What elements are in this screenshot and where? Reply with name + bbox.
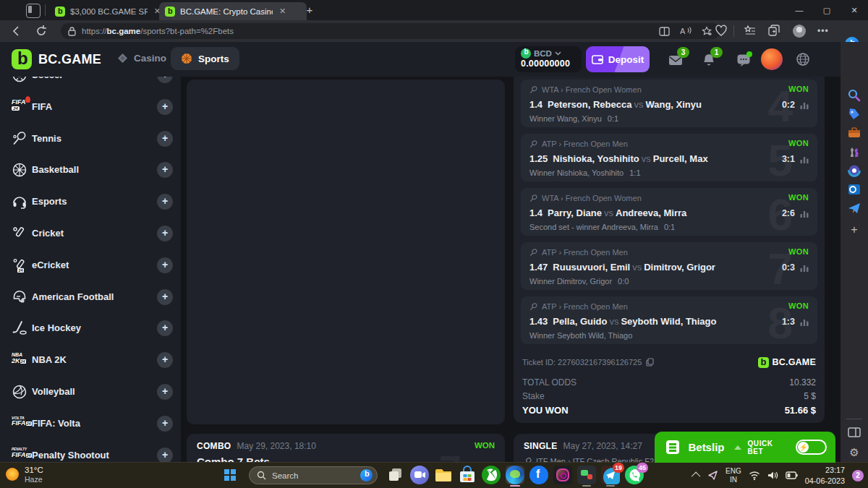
- file-explorer-taskbar-button[interactable]: [434, 466, 453, 484]
- nav-casino[interactable]: Casino: [107, 47, 176, 69]
- clock-widget[interactable]: 23:1704-06-2023: [805, 465, 845, 485]
- xbox-taskbar-button[interactable]: [482, 466, 501, 484]
- copy-icon[interactable]: [646, 358, 654, 367]
- add-sport-button[interactable]: +: [157, 257, 173, 273]
- battery-icon[interactable]: [786, 471, 798, 479]
- wifi-icon[interactable]: [749, 471, 760, 480]
- statistics-icon[interactable]: [800, 155, 809, 163]
- browser-menu-icon[interactable]: •••: [817, 26, 829, 36]
- bet-leg-4[interactable]: 4 WTA › French Open Women WON 1.4Peterso…: [521, 80, 817, 127]
- site-logo[interactable]: BC.GAME: [12, 49, 101, 69]
- back-icon[interactable]: [10, 25, 23, 38]
- favorites-bar-icon[interactable]: [744, 25, 757, 38]
- chat-button[interactable]: [736, 53, 751, 67]
- mail-button[interactable]: 3: [668, 53, 683, 67]
- store-taskbar-button[interactable]: [458, 466, 477, 484]
- statistics-icon[interactable]: [800, 264, 809, 272]
- location-icon[interactable]: [707, 470, 718, 481]
- add-sport-button[interactable]: +: [157, 289, 173, 305]
- weather-widget[interactable]: 31°CHaze: [6, 465, 43, 484]
- browser-profile-avatar[interactable]: [793, 25, 806, 38]
- add-sport-button[interactable]: +: [157, 162, 173, 178]
- sidebar-item-penalty-shootout[interactable]: PENALTYFIFA24 Penalty Shootout +: [0, 440, 181, 463]
- notifications-button[interactable]: 1: [702, 53, 716, 67]
- window-maximize-button[interactable]: ▢: [813, 0, 841, 20]
- shopping-icon[interactable]: [847, 107, 861, 121]
- browser-tab-1[interactable]: $3,000 BC.GAME SPORTS PARLAY ✕: [49, 2, 166, 20]
- quick-bet-toggle[interactable]: ⚡: [796, 440, 827, 455]
- add-sidebar-app-icon[interactable]: +: [847, 223, 861, 237]
- workspaces-icon[interactable]: [26, 4, 41, 18]
- task-view-taskbar-button[interactable]: [386, 466, 405, 484]
- tab-close-icon[interactable]: ✕: [279, 7, 286, 16]
- sidebar-item-ice-hockey[interactable]: Ice Hockey +: [0, 312, 181, 344]
- collections-icon[interactable]: [767, 25, 780, 38]
- bet-leg-7[interactable]: 7 ATP › French Open Men WON 1.47Ruusuvuo…: [521, 242, 817, 290]
- statistics-icon[interactable]: [800, 318, 809, 326]
- add-sport-button[interactable]: +: [157, 416, 173, 432]
- deposit-button[interactable]: Deposit: [586, 46, 650, 72]
- combo-bet-card[interactable]: COMBOMay 29, 2023, 18:10 WON 7 Combo 7 B…: [187, 434, 505, 463]
- split-screen-icon[interactable]: [659, 26, 670, 37]
- add-sport-button[interactable]: +: [157, 77, 173, 83]
- bet-card-empty[interactable]: [187, 80, 505, 424]
- new-tab-button[interactable]: +: [302, 3, 317, 17]
- add-sport-button[interactable]: +: [157, 384, 173, 400]
- betslip-button[interactable]: Betslip QUICK BET ⚡: [655, 432, 835, 463]
- volume-icon[interactable]: [767, 471, 778, 480]
- chat-taskbar-button[interactable]: [410, 466, 429, 484]
- wallet-selector[interactable]: BCD 0.00000000: [515, 46, 582, 72]
- refresh-icon[interactable]: [35, 25, 48, 38]
- microsoft365-icon[interactable]: [847, 163, 861, 178]
- sidebar-item-cricket[interactable]: Cricket +: [0, 218, 181, 249]
- telegram-taskbar-button[interactable]: 19: [601, 466, 620, 484]
- edge-taskbar-button[interactable]: [506, 466, 524, 484]
- address-bar[interactable]: https://bc.game/sports?bt-path=%2Fbets A: [61, 23, 720, 39]
- bet-detail-card[interactable]: 4 WTA › French Open Women WON 1.4Peterso…: [514, 77, 825, 423]
- bet-leg-5[interactable]: 5 ATP › French Open Men WON 1.25Nishioka…: [521, 134, 817, 181]
- search-icon[interactable]: [847, 88, 861, 103]
- statistics-icon[interactable]: [800, 210, 809, 218]
- sidebar-item-volleyball[interactable]: Volleyball +: [0, 376, 181, 408]
- notification-count-badge[interactable]: 2: [852, 470, 864, 481]
- nav-sports[interactable]: Sports: [171, 47, 239, 70]
- bet-leg-8[interactable]: 8 ATP › French Open Men WON 1.43Pella, G…: [521, 296, 817, 344]
- window-minimize-button[interactable]: —: [786, 0, 813, 20]
- sidebar-item-fifa-volta[interactable]: VOLTAFIFA24 FIFA: Volta +: [0, 408, 181, 440]
- sidebar-item-fifa[interactable]: FIFA24 FIFA +: [0, 91, 181, 123]
- browser-essentials-icon[interactable]: [715, 25, 728, 38]
- sidebar-item-soccer[interactable]: Soccer +: [0, 77, 181, 91]
- sidebar-item-esports[interactable]: Esports +: [0, 186, 181, 218]
- tools-icon[interactable]: [847, 126, 861, 140]
- favorite-star-icon[interactable]: [702, 26, 713, 37]
- add-sport-button[interactable]: +: [157, 194, 173, 210]
- statistics-icon[interactable]: [800, 101, 809, 109]
- messenger-taskbar-button[interactable]: [577, 466, 596, 484]
- sidebar-item-ecricket[interactable]: 24 eCricket +: [0, 249, 181, 281]
- hidden-icons-chevron[interactable]: [692, 472, 701, 481]
- language-indicator[interactable]: ENGIN: [726, 467, 741, 484]
- whatsapp-taskbar-button[interactable]: 45: [625, 466, 644, 484]
- outlook-icon[interactable]: [847, 182, 861, 197]
- add-sport-button[interactable]: +: [157, 352, 173, 368]
- sidebar-item-nba-2k[interactable]: NBA2K24 NBA 2K +: [0, 344, 181, 376]
- globe-icon[interactable]: [796, 52, 810, 67]
- sidebar-item-american-football[interactable]: American Football +: [0, 281, 181, 313]
- add-sport-button[interactable]: +: [157, 99, 173, 115]
- sidebar-toggle-icon[interactable]: [847, 425, 861, 440]
- instagram-taskbar-button[interactable]: [553, 466, 572, 484]
- bet-leg-6[interactable]: 6 WTA › French Open Women WON 1.4Parry, …: [521, 188, 817, 236]
- sidebar-item-tennis[interactable]: Tennis +: [0, 123, 181, 155]
- facebook-taskbar-button[interactable]: f: [529, 466, 548, 484]
- settings-icon[interactable]: ⚙: [847, 445, 861, 460]
- window-close-button[interactable]: ✕: [841, 0, 868, 20]
- add-sport-button[interactable]: +: [157, 131, 173, 147]
- user-avatar[interactable]: [761, 48, 783, 70]
- read-aloud-icon[interactable]: A: [680, 26, 692, 36]
- start-button[interactable]: [224, 469, 236, 481]
- taskbar-search[interactable]: Search: [249, 466, 378, 484]
- add-sport-button[interactable]: +: [157, 320, 173, 336]
- add-sport-button[interactable]: +: [157, 448, 173, 463]
- browser-tab-2[interactable]: BC.GAME: Crypto Casino Games ✕: [159, 2, 307, 20]
- games-icon[interactable]: [847, 145, 861, 159]
